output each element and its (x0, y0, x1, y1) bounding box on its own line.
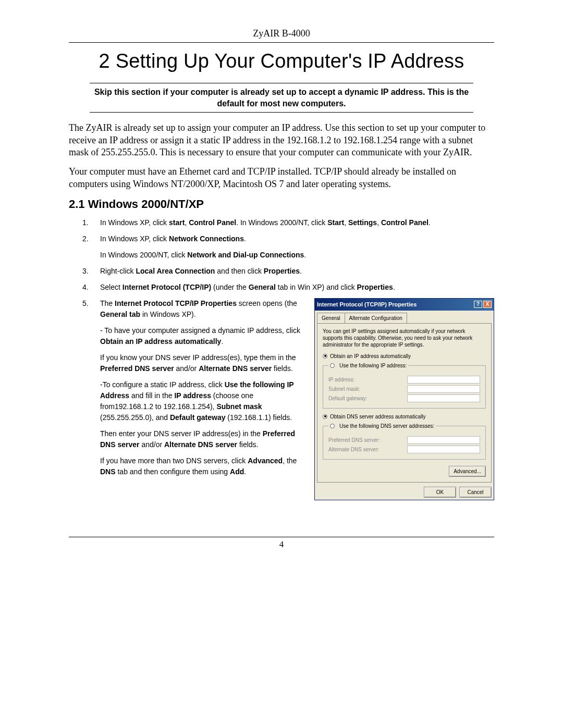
radio-icon[interactable] (330, 424, 335, 428)
step-number: 3. (82, 266, 100, 277)
label-subnet-mask: Subnet mask: (328, 385, 360, 393)
static-dns-group: Use the following DNS server addresses: … (323, 422, 486, 460)
radio-obtain-dns-auto[interactable]: Obtain DNS server address automatically (323, 413, 486, 421)
tab-panel-general: You can get IP settings assigned automat… (317, 323, 492, 483)
step-5: 5. The Internet Protocol TCP/IP Properti… (82, 298, 494, 500)
dialog-description: You can get IP settings assigned automat… (323, 328, 486, 348)
radio-icon (323, 354, 327, 359)
input-subnet-mask[interactable] (407, 385, 480, 393)
step-number: 4. (82, 282, 100, 293)
intro-paragraph-2: Your computer must have an Ethernet card… (69, 166, 494, 190)
step-3: 3. Right-click Local Area Connection and… (82, 266, 494, 277)
radio-icon (323, 414, 327, 419)
step-number: 1. (82, 217, 100, 228)
cancel-button[interactable]: Cancel (459, 487, 492, 498)
radio-icon[interactable] (330, 363, 335, 368)
step-4: 4. Select Internet Protocol (TCP/IP) (un… (82, 282, 494, 293)
header-rule (69, 42, 494, 43)
step-2: 2. In Windows XP, click Network Connecti… (82, 233, 494, 261)
skip-note: Skip this section if your computer is al… (90, 83, 473, 113)
step-number: 2. (82, 233, 100, 261)
label-preferred-dns: Preferred DNS server: (328, 436, 380, 444)
section-heading: 2.1 Windows 2000/NT/XP (69, 198, 494, 211)
tab-alternate-configuration[interactable]: Alternate Configuration (345, 313, 407, 323)
close-icon[interactable]: X (483, 301, 492, 308)
step-1: 1. In Windows XP, click start, Control P… (82, 217, 494, 228)
tab-general[interactable]: General (317, 313, 345, 323)
advanced-button[interactable]: Advanced... (449, 466, 486, 477)
page-number: 4 (69, 539, 494, 550)
input-default-gateway[interactable] (407, 394, 480, 402)
chapter-title: 2 Setting Up Your Computer's IP Address (69, 50, 494, 72)
footer-rule (69, 537, 494, 537)
dialog-titlebar: Internet Protocol (TCP/IP) Properties ? … (315, 299, 494, 311)
radio-use-following-dns[interactable]: Use the following DNS server addresses: (339, 422, 434, 430)
tcpip-properties-dialog: Internet Protocol (TCP/IP) Properties ? … (314, 298, 494, 500)
label-default-gateway: Default gateway: (328, 394, 368, 402)
step-number: 5. (82, 298, 100, 500)
radio-obtain-ip-auto[interactable]: Obtain an IP address automatically (323, 352, 486, 360)
label-ip-address: IP address: (328, 376, 354, 384)
input-ip-address[interactable] (407, 376, 480, 384)
document-header: ZyAIR B-4000 (69, 28, 494, 42)
intro-paragraph-1: The ZyAIR is already set up to assign yo… (69, 122, 494, 158)
ok-button[interactable]: OK (424, 487, 456, 498)
help-icon[interactable]: ? (474, 301, 482, 308)
radio-use-following-ip[interactable]: Use the following IP address: (339, 362, 407, 369)
dialog-title: Internet Protocol (TCP/IP) Properties (317, 300, 417, 309)
static-ip-group: Use the following IP address: IP address… (323, 362, 486, 409)
label-alternate-dns: Alternate DNS server: (328, 446, 379, 453)
input-preferred-dns[interactable] (407, 436, 480, 444)
input-alternate-dns[interactable] (407, 446, 480, 453)
